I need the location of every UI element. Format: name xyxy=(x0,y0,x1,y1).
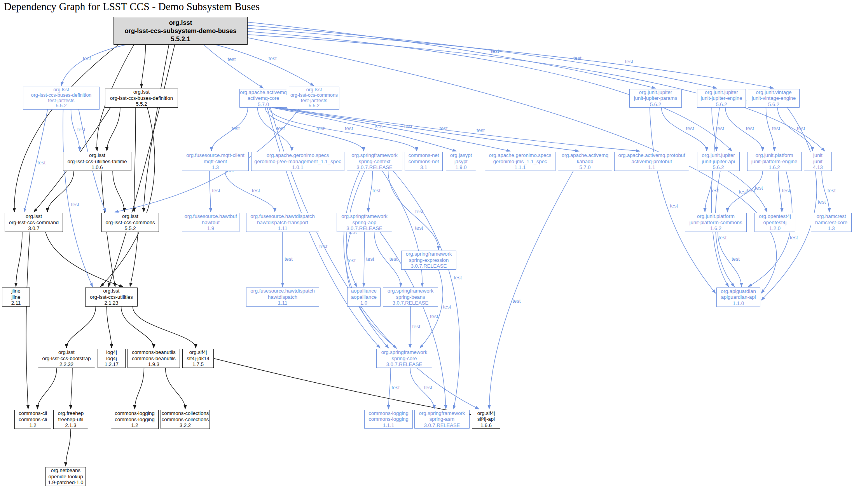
graph-node-commons-net: commons-netcommons-net3.1 xyxy=(405,152,443,171)
graph-node-label: log4j xyxy=(106,356,117,362)
graph-node-netbeans: org.netbeansopenide-lookup1.9-patched-1.… xyxy=(45,467,86,486)
graph-node-jasypt: org.jasyptjasypt1.9.0 xyxy=(446,152,476,171)
graph-node-bootstrap: org.lsstorg-lsst-ccs-bootstrap2.2.32 xyxy=(38,349,95,368)
graph-node-label: 1.2 xyxy=(29,422,36,429)
graph-node-geronimo-j2ee: org.apache.geronimo.specsgeronimo-j2ee-m… xyxy=(251,152,344,171)
graph-node-label: 5.5.2 xyxy=(309,103,320,109)
graph-node-label: org-lsst-ccs-commons xyxy=(105,220,155,226)
graph-node-label: org.springframework xyxy=(341,213,388,220)
graph-node-label: 1.9 xyxy=(207,225,214,232)
graph-node-label: 1.6.6 xyxy=(480,422,492,429)
graph-node-label: org.fusesource.hawtdispatch xyxy=(250,288,314,294)
graph-node-label: junit xyxy=(813,159,823,165)
graph-node-label: 1.0.1 xyxy=(292,164,304,171)
graph-node-label: slf4j-jdk14 xyxy=(187,356,210,362)
graph-node-label: spring-beans xyxy=(396,294,425,300)
graph-node-label: org.netbeans xyxy=(51,467,80,474)
graph-node-buses-def: org.lsstorg-lsst-ccs-buses-definition5.5… xyxy=(105,89,178,108)
graph-node-label: commons-beanutils xyxy=(132,356,176,362)
graph-node-label: 2.1.3 xyxy=(65,422,77,429)
graph-node-label: junit-jupiter-params xyxy=(634,95,677,101)
graph-node-label: commons-logging xyxy=(115,410,155,417)
graph-node-label: 2.2.32 xyxy=(59,361,73,368)
graph-node-label: hamcrest-core xyxy=(815,220,847,226)
graph-node-utilities: org.lsstorg-lsst-ccs-utilities2.1.23 xyxy=(85,288,138,307)
graph-node-label: commons-logging xyxy=(115,417,155,423)
graph-node-label: org.lsst xyxy=(103,288,120,294)
graph-node-label: 1.9.0 xyxy=(456,164,467,171)
graph-node-label: org.lsst xyxy=(89,152,105,159)
graph-node-label: 5.6.2 xyxy=(716,101,727,108)
graph-node-label: commons-collections xyxy=(162,410,209,417)
graph-node-label: spring-context xyxy=(359,159,391,165)
graph-node-logging12: commons-loggingcommons-logging1.2 xyxy=(111,410,159,429)
graph-node-slf4j-jdk14: org.slf4jslf4j-jdk141.7.5 xyxy=(182,349,214,368)
graph-node-label: 5.7.0 xyxy=(258,101,269,108)
graph-node-label: org.lsst xyxy=(133,89,150,95)
graph-node-commons: org.lsstorg-lsst-ccs-commons5.5.2 xyxy=(101,213,159,232)
graph-node-label: 3.0.7.RELEASE xyxy=(411,263,447,269)
graph-node-kahadb: org.apache.activemqkahadb5.7.0 xyxy=(558,152,612,171)
graph-node-label: org.apache.activemq.protobuf xyxy=(618,152,685,159)
graph-node-junit4: junitjunit4.13 xyxy=(804,152,832,171)
graph-node-label: openide-lookup xyxy=(49,474,83,480)
graph-node-label: 1.3 xyxy=(212,164,219,171)
graph-node-logging111: commons-loggingcommons-logging1.1.1 xyxy=(364,410,413,429)
graph-node-label: 3.0.7.RELEASE xyxy=(356,164,393,171)
graph-node-label: org.fusesource.mqtt-client xyxy=(186,152,245,159)
graph-node-commons-cli: commons-clicommons-cli1.2 xyxy=(14,410,51,429)
graph-node-label: mqtt-client xyxy=(204,159,227,165)
graph-node-label: commons-cli xyxy=(19,410,47,417)
graph-node-label: 2.1.23 xyxy=(104,300,118,306)
graph-node-label: commons-beanutils xyxy=(132,349,176,356)
graph-node-label: org.springframework xyxy=(419,410,465,417)
graph-node-hawtdispatch: org.fusesource.hawtdispatchhawtdispatch1… xyxy=(246,288,319,307)
graph-node-label: org.junit.jupiter xyxy=(702,152,735,159)
graph-node-platform-engine: org.junit.platformjunit-platform-engine1… xyxy=(747,152,802,171)
graph-node-spring-aop: org.springframeworkspring-aop3.0.7.RELEA… xyxy=(337,213,392,232)
graph-node-label: 2.11 xyxy=(11,300,21,306)
graph-node-spring-context: org.springframeworkspring-context3.0.7.R… xyxy=(347,152,402,171)
graph-node-label: org.apache.geronimo.specs xyxy=(267,152,329,159)
graph-node-label: org-lsst-ccs-utilities xyxy=(90,294,133,300)
graph-node-label: 1.2.0 xyxy=(769,225,781,232)
graph-node-label: commons-cli xyxy=(19,417,47,423)
graph-node-label: 3.0.7.RELEASE xyxy=(393,300,429,306)
graph-node-opentest4j: org.opentest4jopentest4j1.2.0 xyxy=(754,213,795,232)
graph-node-activemq-core: org.apache.activemqactivemq-core5.7.0 xyxy=(239,89,287,108)
graph-node-label: log4j xyxy=(106,349,117,356)
graph-node-label: jline xyxy=(11,294,20,300)
graph-node-label: org.springframework xyxy=(388,288,434,294)
graph-node-label: aopalliance xyxy=(351,294,377,300)
graph-node-label: org.slf4j xyxy=(477,410,495,417)
graph-node-label: commons-logging xyxy=(369,416,409,422)
graph-node-freehep: org.freehepfreehep-util2.1.3 xyxy=(53,410,88,429)
graph-node-label: 3.0.7.RELEASE xyxy=(346,225,382,232)
graph-node-label: 5.6.2 xyxy=(713,164,724,171)
graph-node-protobuf: org.apache.activemq.protobufactivemq-pro… xyxy=(614,152,689,171)
graph-node-label: slf4j-api xyxy=(477,416,495,422)
graph-node-label: org-lsst-ccs-subsystem-demo-buses xyxy=(125,27,237,35)
graph-node-root: org.lsstorg-lsst-ccs-subsystem-demo-buse… xyxy=(114,17,248,45)
graph-node-label: org.jasypt xyxy=(450,152,472,159)
graph-node-label: activemq-protobuf xyxy=(631,159,672,165)
graph-node-label: junit-vintage-engine xyxy=(752,95,796,101)
graph-node-label: freehep-util xyxy=(58,417,83,423)
graph-node-label: org.apache.activemq xyxy=(240,89,287,96)
graph-node-slf4j-api: org.slf4jslf4j-api1.6.6 xyxy=(472,410,500,429)
node-layer: org.lsstorg-lsst-ccs-subsystem-demo-buse… xyxy=(0,0,868,488)
graph-node-label: opentest4j xyxy=(763,220,787,226)
graph-node-label: hawtdispatch-transport xyxy=(257,220,308,226)
graph-node-log4j: log4jlog4j1.2.17 xyxy=(98,349,126,368)
graph-node-label: 1.9-patched-1.0 xyxy=(48,479,83,486)
graph-node-aopalliance: aopallianceaopalliance1.0 xyxy=(347,288,381,307)
graph-node-hamcrest: org.hamcresthamcrest-core1.3 xyxy=(811,213,852,232)
graph-node-label: org-lsst-ccs-buses-definition xyxy=(110,95,173,101)
graph-node-label: 3.2.2 xyxy=(180,422,191,429)
graph-node-label: org.springframework xyxy=(351,152,398,159)
graph-node-label: org-lsst-ccs-command xyxy=(9,220,59,226)
graph-node-spring-beans: org.springframeworkspring-beans3.0.7.REL… xyxy=(383,288,438,307)
graph-node-label: 1.3 xyxy=(828,225,835,232)
graph-node-label: spring-expression xyxy=(409,257,449,263)
graph-node-label: geronimo-jms_1.1_spec xyxy=(493,159,547,165)
